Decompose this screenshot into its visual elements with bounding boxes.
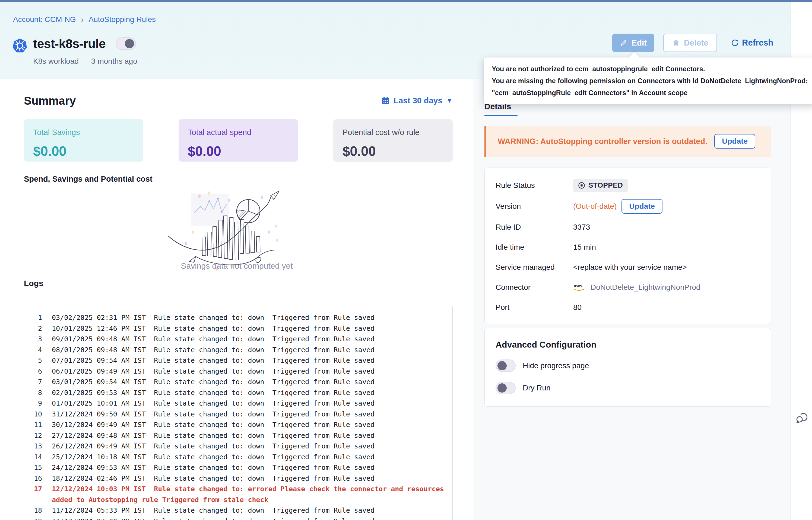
top-accent-bar (0, 0, 812, 2)
log-row: 309/01/2025 09:48 AM IST Rule state chan… (29, 334, 446, 345)
idle-time-label: Idle time (496, 243, 573, 252)
log-line-number: 19 (29, 516, 42, 520)
log-line-number: 7 (29, 376, 42, 387)
refresh-button-label: Refresh (742, 38, 773, 48)
tooltip-line-3: "ccm_autoStoppingRule_edit Connectors" i… (492, 87, 808, 99)
log-message: 06/01/2025 09:49 AM IST Rule state chang… (52, 366, 374, 377)
log-row: 606/01/2025 09:49 AM IST Rule state chan… (29, 366, 446, 377)
total-spend-label: Total actual spend (188, 128, 289, 137)
log-row: 1031/12/2024 09:50 AM IST Rule state cha… (29, 409, 446, 420)
log-line-number: 5 (29, 355, 42, 366)
dry-run-toggle[interactable] (496, 382, 516, 394)
total-savings-value: $0.00 (33, 144, 134, 159)
details-card: Rule Status STOPPED Version (485, 167, 771, 324)
date-range-picker[interactable]: Last 30 days ▼ (382, 96, 453, 105)
chat-support-icon[interactable] (795, 411, 809, 424)
logs-container[interactable]: 103/02/2025 02:31 PM IST Rule state chan… (24, 306, 453, 520)
log-message: 24/12/2024 09:53 AM IST Rule state chang… (52, 462, 374, 473)
aws-icon: aws (573, 283, 586, 292)
date-range-label: Last 30 days (394, 96, 442, 105)
rule-id-value: 3373 (573, 223, 590, 232)
connector-label: Connector (496, 283, 573, 292)
port-value: 80 (573, 303, 582, 312)
status-badge: STOPPED (573, 179, 628, 192)
port-label: Port (496, 303, 573, 312)
svg-text:aws: aws (574, 283, 583, 288)
log-row: 901/01/2025 10:01 AM IST Rule state chan… (29, 398, 446, 409)
page-title: test-k8s-rule (33, 36, 105, 51)
log-row: 802/01/2025 09:53 AM IST Rule state chan… (29, 387, 446, 398)
log-row: 1524/12/2024 09:53 AM IST Rule state cha… (29, 462, 446, 473)
toggle-knob (497, 383, 507, 393)
summary-cards: Total Savings $0.00 Total actual spend $… (24, 119, 453, 162)
hide-progress-toggle[interactable] (496, 360, 516, 372)
edit-button[interactable]: Edit (612, 34, 654, 52)
refresh-icon (731, 38, 739, 47)
log-message: 11/12/2024 05:33 PM IST Rule state chang… (52, 505, 374, 516)
hide-progress-row: Hide progress page (496, 360, 760, 372)
log-message: 07/01/2025 09:54 AM IST Rule state chang… (52, 355, 374, 366)
connector-name[interactable]: DoNotDelete_LightwingNonProd (591, 283, 700, 292)
log-line-number: 3 (29, 334, 42, 345)
subtitle-divider (85, 57, 85, 66)
log-message: 26/12/2024 09:49 AM IST Rule state chang… (52, 441, 374, 452)
breadcrumb-account-link[interactable]: Account: CCM-NG (13, 15, 76, 24)
breadcrumb-separator-icon: › (81, 16, 84, 23)
delete-button[interactable]: Delete (663, 34, 717, 52)
log-line-number: 6 (29, 366, 42, 377)
rule-status-value: STOPPED (588, 181, 623, 189)
log-line-number: 13 (29, 441, 42, 452)
toggle-knob (125, 39, 134, 48)
log-line-number: 17 (29, 484, 42, 505)
delete-button-label: Delete (684, 38, 708, 48)
potential-cost-value: $0.00 (343, 144, 443, 159)
breadcrumb: Account: CCM-NG › AutoStopping Rules (13, 15, 156, 24)
warning-update-button[interactable]: Update (714, 134, 755, 149)
calendar-icon (382, 97, 390, 105)
permission-tooltip: You are not authorized to ccm_autostoppi… (484, 57, 812, 104)
logs-heading: Logs (24, 279, 44, 288)
summary-heading: Summary (24, 94, 76, 107)
log-message: 09/01/2025 09:48 AM IST Rule state chang… (52, 334, 374, 345)
stop-icon (578, 182, 585, 189)
rule-enabled-toggle[interactable] (116, 37, 136, 50)
version-out-of-date: (Out-of-date) (573, 202, 617, 211)
breadcrumb-page-link[interactable]: AutoStopping Rules (89, 15, 156, 24)
log-message: 18/12/2024 02:46 PM IST Rule state chang… (52, 473, 374, 484)
refresh-button[interactable]: Refresh (731, 38, 773, 48)
version-update-button[interactable]: Update (621, 199, 662, 214)
log-message: 12/12/2024 10:03 PM IST Rule state chang… (52, 484, 446, 505)
advanced-configuration-heading: Advanced Configuration (496, 340, 760, 350)
log-row: 1811/12/2024 05:33 PM IST Rule state cha… (29, 505, 446, 516)
pencil-icon (620, 39, 628, 47)
log-line-number: 12 (29, 430, 42, 441)
chart-heading: Spend, Savings and Potential cost (24, 175, 152, 184)
service-managed-row: Service managed <replace with your servi… (496, 261, 760, 274)
rule-age-label: 3 months ago (91, 57, 137, 66)
log-message: 03/02/2025 02:31 PM IST Rule state chang… (52, 312, 374, 323)
log-message: 31/12/2024 09:50 AM IST Rule state chang… (52, 409, 374, 420)
active-tab-indicator (485, 115, 518, 116)
rule-status-label: Rule Status (496, 181, 573, 190)
edit-button-label: Edit (632, 38, 647, 48)
total-spend-value: $0.00 (188, 144, 289, 159)
dry-run-row: Dry Run (496, 382, 760, 394)
rule-status-row: Rule Status STOPPED (496, 179, 760, 192)
rule-type-label: K8s workload (33, 57, 79, 66)
log-line-number: 1 (29, 312, 42, 323)
log-row: 703/01/2025 09:54 AM IST Rule state chan… (29, 376, 446, 387)
log-message: 03/01/2025 09:54 AM IST Rule state chang… (52, 376, 374, 387)
total-savings-card: Total Savings $0.00 (24, 119, 143, 162)
total-savings-label: Total Savings (33, 128, 134, 137)
summary-column: Summary Last 30 days ▼ Total Savings (0, 79, 473, 520)
log-line-number: 15 (29, 462, 42, 473)
version-label: Version (496, 202, 573, 211)
log-line-number: 4 (29, 345, 42, 356)
log-message: 11/12/2024 03:00 PM IST Rule state chang… (52, 516, 374, 520)
tooltip-line-2: You are missing the following permission… (492, 75, 808, 87)
log-row: 1911/12/2024 03:00 PM IST Rule state cha… (29, 516, 446, 520)
log-message: 02/01/2025 09:53 AM IST Rule state chang… (52, 387, 374, 398)
log-line-number: 9 (29, 398, 42, 409)
trash-icon (672, 39, 680, 47)
log-row: 1618/12/2024 02:46 PM IST Rule state cha… (29, 473, 446, 484)
